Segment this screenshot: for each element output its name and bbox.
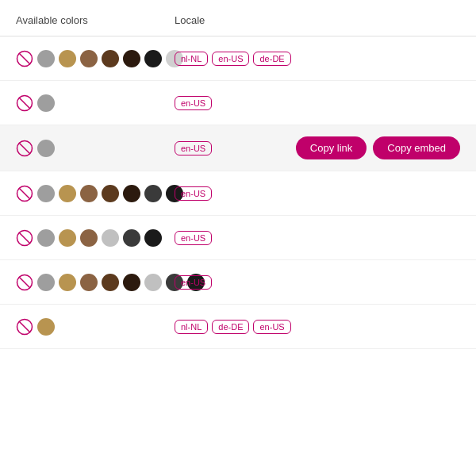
no-color-icon: [16, 94, 33, 112]
locale-badge: en-US: [253, 320, 290, 334]
color-swatch: [59, 185, 76, 202]
color-swatch: [80, 229, 98, 247]
color-swatch: [59, 229, 76, 247]
color-swatch: [80, 274, 98, 291]
table-row: en-US: [0, 216, 476, 260]
colors-cell: [16, 140, 175, 157]
table-header: Available colors Locale: [0, 0, 476, 36]
svg-line-9: [19, 232, 30, 244]
table-row: en-US: [0, 171, 476, 216]
color-swatch: [37, 140, 55, 157]
table-row: en-US: [0, 81, 476, 125]
svg-line-7: [19, 188, 30, 199]
locale-cell: en-US: [175, 186, 460, 201]
color-swatch: [59, 50, 76, 67]
color-swatch: [80, 185, 98, 202]
color-swatch: [144, 274, 162, 291]
svg-line-11: [19, 277, 30, 288]
locale-badge: de-DE: [212, 320, 249, 334]
actions-cell: Copy link Copy embed: [296, 136, 460, 159]
locale-cell: en-US: [175, 231, 460, 245]
locale-cell: en-US: [175, 275, 460, 290]
color-swatch: [123, 50, 140, 67]
table-row: nl-NLen-USde-DE: [0, 36, 476, 81]
colors-cell: [16, 185, 175, 202]
locale-badge: de-DE: [253, 52, 290, 66]
locale-cell: en-US: [175, 141, 296, 155]
color-swatch: [102, 274, 119, 291]
locale-cell: nl-NLen-USde-DE: [175, 52, 460, 66]
color-swatch: [37, 50, 55, 67]
no-color-icon: [16, 140, 33, 157]
svg-line-13: [19, 321, 30, 332]
color-swatch: [123, 229, 140, 247]
color-swatch: [37, 318, 55, 336]
colors-cell: [16, 229, 175, 247]
no-color-icon: [16, 318, 33, 336]
no-color-icon: [16, 185, 33, 202]
table-row: nl-NLde-DEen-US: [0, 305, 476, 349]
color-swatch: [123, 185, 140, 202]
locale-badge: en-US: [175, 231, 212, 245]
color-swatch: [37, 229, 55, 247]
table-row: en-US: [0, 260, 476, 305]
locale-badge: en-US: [175, 275, 212, 290]
header-locale: Locale: [175, 14, 205, 26]
color-swatch: [144, 50, 162, 67]
locale-badge: en-US: [212, 52, 249, 66]
color-swatch: [37, 94, 55, 112]
header-available-colors: Available colors: [16, 14, 175, 26]
no-color-icon: [16, 229, 33, 247]
locale-cell: nl-NLde-DEen-US: [175, 320, 460, 334]
color-swatch: [37, 185, 55, 202]
colors-cell: [16, 318, 175, 336]
color-swatch: [59, 274, 76, 291]
rows-container: nl-NLen-USde-DE en-US en-US Copy link Co…: [0, 36, 476, 349]
color-swatch: [144, 229, 162, 247]
locale-badge: nl-NL: [175, 320, 208, 334]
table-row: en-US Copy link Copy embed: [0, 125, 476, 171]
locale-badge: nl-NL: [175, 52, 208, 66]
color-swatch: [144, 185, 162, 202]
copy-embed-button[interactable]: Copy embed: [373, 136, 460, 159]
color-swatch: [123, 274, 140, 291]
no-color-icon: [16, 50, 33, 67]
locale-badge: en-US: [175, 186, 212, 201]
color-swatch: [102, 50, 119, 67]
colors-cell: [16, 50, 175, 67]
color-swatch: [102, 229, 119, 247]
locale-badge: en-US: [175, 96, 212, 110]
color-swatch: [102, 185, 119, 202]
colors-cell: [16, 94, 175, 112]
locale-cell: en-US: [175, 96, 460, 110]
color-swatch: [80, 50, 98, 67]
colors-cell: [16, 274, 175, 291]
locale-badge: en-US: [175, 141, 212, 155]
svg-line-3: [19, 98, 30, 109]
no-color-icon: [16, 274, 33, 291]
color-swatch: [37, 274, 55, 291]
svg-line-1: [19, 53, 30, 64]
copy-link-button[interactable]: Copy link: [296, 136, 367, 159]
svg-line-5: [19, 143, 30, 154]
